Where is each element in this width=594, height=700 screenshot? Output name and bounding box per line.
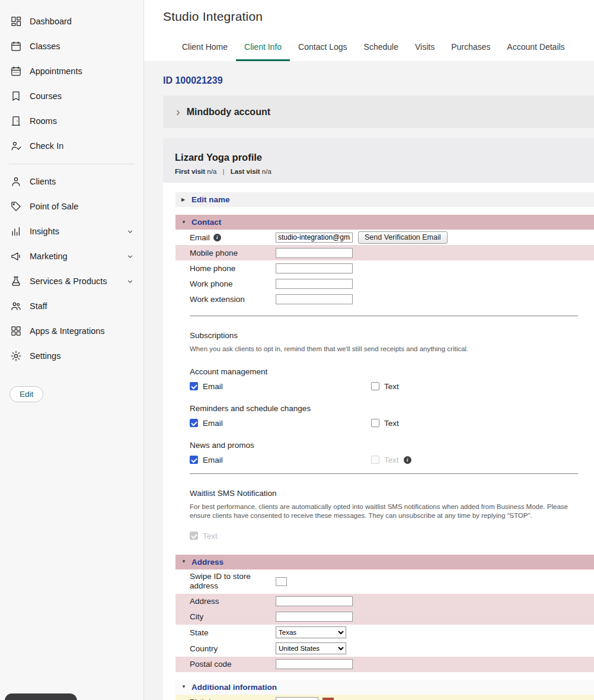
sidebar-primary-nav: Dashboard Classes Appointments Courses R… bbox=[0, 9, 143, 158]
reminders-text-checkbox[interactable] bbox=[371, 419, 379, 427]
chevron-down-icon bbox=[126, 278, 134, 285]
divider bbox=[190, 473, 578, 474]
section-edit-name[interactable]: ▶ Edit name bbox=[175, 192, 594, 207]
client-id-value: 100021239 bbox=[175, 75, 222, 85]
last-visit-label: Last visit bbox=[231, 168, 260, 175]
tab-purchases[interactable]: Purchases bbox=[443, 37, 499, 61]
email-input[interactable] bbox=[276, 233, 353, 243]
subscription-group-row: Email Text bbox=[190, 382, 594, 391]
address-label: Address bbox=[190, 597, 276, 606]
megaphone-icon bbox=[9, 250, 22, 263]
mobile-phone-input[interactable] bbox=[276, 248, 353, 258]
tab-bar: Client Home Client Info Contact Logs Sch… bbox=[163, 37, 594, 61]
swipe-id-input[interactable] bbox=[276, 577, 287, 586]
state-row: State Texas bbox=[175, 625, 594, 641]
birthday-input[interactable] bbox=[276, 697, 318, 700]
country-select[interactable]: United States bbox=[276, 642, 346, 654]
mindbody-account-section[interactable]: › Mindbody account bbox=[163, 96, 594, 128]
sidebar-item-clients[interactable]: Clients bbox=[0, 169, 143, 194]
subscription-group-title: Account management bbox=[190, 367, 594, 376]
sidebar-item-services-products[interactable]: Services & Products bbox=[0, 269, 143, 294]
work-extension-input[interactable] bbox=[276, 294, 353, 304]
checkbox-label: Text bbox=[203, 532, 218, 540]
sidebar-item-rooms[interactable]: Rooms bbox=[0, 109, 143, 133]
client-id: ID 100021239 bbox=[144, 61, 594, 96]
news-promos-email-checkbox[interactable] bbox=[190, 456, 198, 464]
sidebar-item-point-of-sale[interactable]: Point of Sale bbox=[0, 194, 143, 219]
info-icon[interactable]: i bbox=[213, 234, 221, 241]
mobile-phone-row: Mobile phone bbox=[175, 245, 594, 260]
tab-client-info[interactable]: Client Info bbox=[236, 37, 290, 61]
section-contact[interactable]: ▼ Contact bbox=[175, 215, 594, 230]
sidebar-item-label: Settings bbox=[30, 351, 60, 361]
sidebar-item-marketing[interactable]: Marketing bbox=[0, 244, 143, 269]
sidebar-item-label: Rooms bbox=[30, 116, 57, 126]
address-input[interactable] bbox=[276, 596, 353, 606]
triangle-down-icon: ▼ bbox=[181, 220, 187, 225]
triangle-down-icon: ▼ bbox=[181, 685, 187, 689]
home-phone-row: Home phone bbox=[175, 260, 594, 276]
city-input[interactable] bbox=[276, 612, 353, 622]
tab-visits[interactable]: Visits bbox=[407, 37, 443, 61]
appointments-calendar-icon bbox=[9, 65, 22, 78]
bookmark-icon bbox=[9, 90, 22, 103]
tab-client-home[interactable]: Client Home bbox=[174, 37, 236, 61]
waitlist-checkbox-row: Text bbox=[190, 532, 594, 540]
news-promos-text-checkbox bbox=[371, 456, 379, 464]
city-label: City bbox=[190, 612, 276, 621]
section-title: Edit name bbox=[191, 195, 230, 204]
visit-summary: First visit n/a | Last visit n/a bbox=[175, 168, 582, 175]
person-check-icon bbox=[9, 140, 22, 152]
postal-code-row: Postal code bbox=[175, 657, 594, 672]
email-row: Email i Send Verification Email bbox=[175, 230, 594, 245]
sidebar-item-dashboard[interactable]: Dashboard bbox=[0, 9, 143, 34]
swipe-id-label: Swipe ID to store address bbox=[190, 572, 276, 591]
sidebar-item-label: Clients bbox=[30, 177, 56, 186]
postal-code-input[interactable] bbox=[276, 659, 353, 669]
account-management-email-checkbox[interactable] bbox=[190, 382, 198, 390]
work-phone-input[interactable] bbox=[276, 279, 353, 289]
birthday-row: Birthday bbox=[175, 695, 594, 700]
sidebar-item-insights[interactable]: Insights bbox=[0, 219, 143, 244]
person-icon bbox=[9, 176, 22, 188]
visit-separator: | bbox=[223, 168, 225, 175]
send-verification-email-button[interactable]: Send Verification Email bbox=[358, 231, 448, 244]
sidebar-item-staff[interactable]: Staff bbox=[0, 294, 143, 319]
sidebar-item-label: Classes bbox=[30, 42, 60, 51]
account-management-text-checkbox[interactable] bbox=[371, 382, 379, 390]
section-title: Contact bbox=[191, 218, 221, 227]
sidebar-item-label: Marketing bbox=[30, 252, 68, 261]
sidebar-item-apps-integrations[interactable]: Apps & Integrations bbox=[0, 319, 143, 343]
sidebar-item-check-in[interactable]: Check In bbox=[0, 133, 143, 158]
home-phone-input[interactable] bbox=[276, 263, 353, 273]
calendar-icon bbox=[9, 40, 22, 53]
checkbox-label: Text bbox=[384, 419, 399, 428]
tab-contact-logs[interactable]: Contact Logs bbox=[290, 37, 356, 61]
profile-header: Lizard Yoga profile First visit n/a | La… bbox=[163, 138, 594, 183]
work-phone-row: Work phone bbox=[175, 276, 594, 291]
sidebar-edit-button[interactable]: Edit bbox=[9, 386, 43, 402]
calendar-picker-icon[interactable] bbox=[322, 697, 334, 700]
info-icon[interactable]: i bbox=[404, 456, 411, 464]
state-select[interactable]: Texas bbox=[276, 626, 346, 638]
reminders-email-checkbox[interactable] bbox=[190, 419, 198, 427]
checkbox-label: Email bbox=[203, 382, 223, 391]
triangle-down-icon: ▼ bbox=[181, 559, 187, 564]
mindbody-account-title: Mindbody account bbox=[187, 107, 270, 117]
tab-schedule[interactable]: Schedule bbox=[356, 37, 407, 61]
section-address[interactable]: ▼ Address bbox=[175, 555, 594, 569]
page-title: Studio Integration bbox=[163, 9, 594, 24]
section-additional-information[interactable]: ▼ Additional information bbox=[175, 680, 594, 695]
subscriptions-title: Subscriptions bbox=[190, 331, 594, 340]
first-visit-value: n/a bbox=[207, 168, 216, 175]
checkbox-label: Email bbox=[203, 456, 223, 464]
sidebar-item-settings[interactable]: Settings bbox=[0, 343, 143, 368]
divider bbox=[190, 316, 578, 316]
country-row: Country United States bbox=[175, 641, 594, 657]
sidebar-item-label: Services & Products bbox=[30, 276, 107, 286]
sidebar-item-appointments[interactable]: Appointments bbox=[0, 59, 143, 84]
sidebar-item-courses[interactable]: Courses bbox=[0, 84, 143, 109]
sidebar-item-classes[interactable]: Classes bbox=[0, 34, 143, 59]
tab-account-details[interactable]: Account Details bbox=[499, 37, 573, 61]
section-title: Additional information bbox=[191, 683, 277, 692]
